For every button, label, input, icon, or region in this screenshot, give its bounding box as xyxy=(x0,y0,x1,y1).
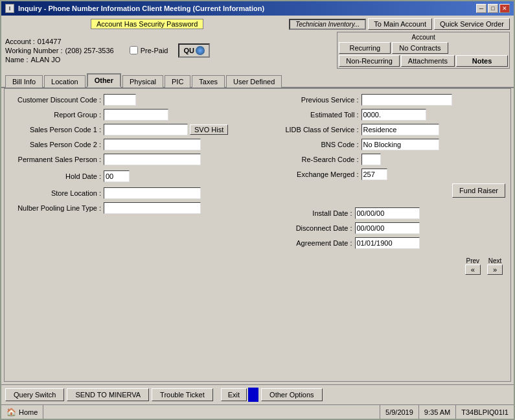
previous-service-label: Previous Service : xyxy=(264,96,361,104)
app-icon: I xyxy=(5,4,14,13)
nav-area: Prev « Next » xyxy=(10,257,505,275)
status-bar: 🏠 Home 5/9/2019 9:35 AM T34BLPIQ01I1 xyxy=(1,404,514,419)
prepaid-checkbox[interactable] xyxy=(130,46,138,54)
home-label: Home xyxy=(19,408,38,416)
store-location-input[interactable] xyxy=(104,187,201,199)
customer-discount-code-label: Customer Discount Code : xyxy=(10,96,104,104)
sales-person-code2-label: Sales Person Code 2 : xyxy=(10,141,104,148)
fund-raiser-button[interactable]: Fund Raiser xyxy=(452,183,505,198)
tab-physical[interactable]: Physical xyxy=(122,75,163,88)
query-switch-button[interactable]: Query Switch xyxy=(5,388,64,401)
exit-group: Exit xyxy=(221,388,258,402)
exchange-merged-input[interactable] xyxy=(361,169,387,180)
technician-inventory-button[interactable]: Technician Inventory... xyxy=(289,19,366,30)
tab-location[interactable]: Location xyxy=(44,75,86,88)
disconnect-date-input[interactable] xyxy=(355,222,420,234)
home-button[interactable]: 🏠 Home xyxy=(1,405,43,419)
notes-button[interactable]: Notes xyxy=(456,55,508,67)
store-location-label: Store Location : xyxy=(10,189,104,197)
lidb-class-label: LIDB Class of Service : xyxy=(264,126,361,134)
minimize-button[interactable]: ─ xyxy=(476,4,486,13)
estimated-toll-input[interactable] xyxy=(361,109,426,121)
quick-service-order-button[interactable]: Quick Service Order xyxy=(434,18,510,30)
status-date: 5/9/2019 xyxy=(380,405,419,419)
exit-indicator xyxy=(248,388,258,402)
tab-user-defined[interactable]: User Defined xyxy=(226,75,282,88)
report-group-label: Report Group : xyxy=(10,111,104,119)
prepaid-label: Pre-Paid xyxy=(141,47,168,54)
non-recurring-button[interactable]: Non-Recurring xyxy=(339,55,400,67)
tab-bill-info[interactable]: Bill Info xyxy=(5,75,43,88)
recurring-button[interactable]: Recurring xyxy=(339,42,391,54)
agreement-date-input[interactable] xyxy=(355,237,420,249)
exit-button[interactable]: Exit xyxy=(221,388,247,401)
right-column: Previous Service : Estimated Toll : LIDB… xyxy=(264,94,506,252)
number-pooling-line-type-label: Nulber Pooling Line Type : xyxy=(10,204,104,212)
hold-date-input[interactable] xyxy=(104,170,130,182)
tab-pic[interactable]: PIC xyxy=(165,75,190,88)
main-window: I Inquiry - Phone Number Information Cli… xyxy=(0,0,515,420)
permanent-sales-person-input[interactable] xyxy=(104,154,201,165)
working-number-value: (208) 257-3536 xyxy=(65,47,113,54)
status-spacer xyxy=(43,405,380,419)
no-contracts-button[interactable]: No Contracts xyxy=(392,42,448,54)
bns-code-label: BNS Code : xyxy=(264,141,361,148)
trouble-ticket-button[interactable]: Trouble Ticket xyxy=(152,388,213,401)
home-icon: 🏠 xyxy=(6,408,16,417)
next-button[interactable]: » xyxy=(487,264,503,275)
name-value: ALAN JO xyxy=(30,56,60,64)
account-info: Account : 014477 Working Number : (208) … xyxy=(5,38,114,64)
hold-date-label: Hold Date : xyxy=(10,172,104,180)
prev-button[interactable]: « xyxy=(465,264,481,275)
send-to-minerva-button[interactable]: SEND TO MINERVA xyxy=(67,388,149,401)
tab-other[interactable]: Other xyxy=(87,73,121,88)
bottom-toolbar: Query Switch SEND TO MINERVA Trouble Tic… xyxy=(1,384,514,404)
account-tabs-group: Account Recurring No Contracts Non-Recur… xyxy=(337,32,510,69)
status-time: 9:35 AM xyxy=(419,405,456,419)
lidb-class-input[interactable] xyxy=(361,124,439,135)
previous-service-input[interactable] xyxy=(361,94,452,106)
toolbar-area: Account Has Security Password Technician… xyxy=(1,16,514,71)
tabs-row: Bill Info Location Other Physical PIC Ta… xyxy=(1,73,514,88)
other-options-button[interactable]: Other Options xyxy=(261,388,322,401)
agreement-date-label: Agreement Date : xyxy=(277,239,355,247)
title-bar: I Inquiry - Phone Number Information Cli… xyxy=(1,1,514,16)
customer-discount-code-input[interactable] xyxy=(104,94,136,106)
svo-hist-button[interactable]: SVO Hist xyxy=(190,124,228,135)
to-main-account-button[interactable]: To Main Account xyxy=(368,18,432,30)
window-title: Inquiry - Phone Number Information Clien… xyxy=(18,5,264,12)
exchange-merged-label: Exchange Merged : xyxy=(264,170,361,178)
sales-person-code1-input[interactable] xyxy=(104,124,188,135)
install-date-label: Install Date : xyxy=(277,209,355,217)
report-group-input[interactable] xyxy=(104,109,168,121)
permanent-sales-person-label: Permanent Sales Person : xyxy=(10,156,104,163)
main-content: Customer Discount Code : Report Group : … xyxy=(4,88,511,382)
re-search-code-label: Re-Search Code : xyxy=(264,156,361,163)
security-badge: Account Has Security Password xyxy=(91,19,204,29)
working-number-label: Working Number : xyxy=(5,47,62,54)
account-value: 014477 xyxy=(38,38,62,45)
sales-person-code2-input[interactable] xyxy=(104,139,201,150)
account-group-label: Account xyxy=(339,34,508,41)
close-button[interactable]: ✕ xyxy=(499,4,510,13)
qu-label: QU xyxy=(183,47,194,54)
account-label: Account : xyxy=(5,38,35,45)
estimated-toll-label: Estimated Toll : xyxy=(264,111,361,119)
name-label: Name : xyxy=(5,56,28,64)
bns-code-input[interactable] xyxy=(361,139,439,150)
disconnect-date-label: Disconnect Date : xyxy=(277,224,355,232)
status-session-id: T34BLPIQ01I1 xyxy=(456,405,514,419)
maximize-button[interactable]: □ xyxy=(488,4,498,13)
globe-icon xyxy=(196,46,205,55)
attachments-button[interactable]: Attachments xyxy=(401,55,455,67)
next-label: Next xyxy=(488,257,502,264)
tab-taxes[interactable]: Taxes xyxy=(192,75,225,88)
left-column: Customer Discount Code : Report Group : … xyxy=(10,94,251,252)
qu-display: QU xyxy=(178,43,210,58)
install-date-input[interactable] xyxy=(355,207,420,219)
prev-label: Prev xyxy=(466,257,480,264)
dates-section: Install Date : Disconnect Date : Agreeme… xyxy=(264,207,506,249)
re-search-code-input[interactable] xyxy=(361,154,381,165)
number-pooling-line-type-input[interactable] xyxy=(104,202,201,214)
sales-person-code1-label: Sales Person Code 1 : xyxy=(10,126,104,134)
